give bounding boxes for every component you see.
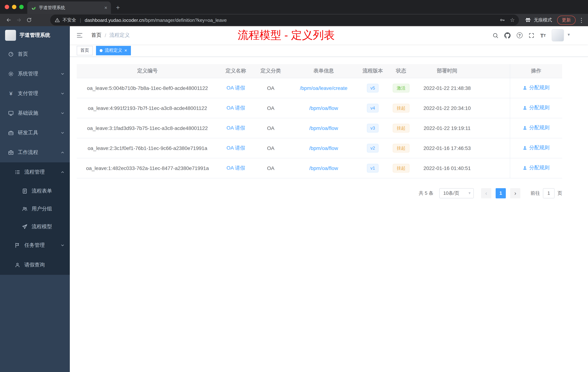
assign-rule-link[interactable]: 分配规则 [523, 145, 550, 151]
app-title: 芋道管理系统 [20, 32, 50, 39]
page-1-button[interactable]: 1 [496, 188, 506, 198]
sidebar-item-infrastructure[interactable]: 基础设施 [0, 103, 70, 123]
goto-page-input[interactable] [543, 188, 555, 198]
prev-page-button[interactable]: ‹ [481, 188, 491, 198]
incognito-icon [525, 17, 531, 23]
not-secure-icon [54, 17, 60, 23]
tag-home[interactable]: 首页 [77, 46, 93, 55]
sidebar-item-payment-management[interactable]: ¥ 支付管理 [0, 84, 70, 103]
sidebar-item-workflow[interactable]: 工作流程 [0, 143, 70, 162]
definition-name-link[interactable]: OA 请假 [227, 145, 245, 151]
window-minimize-button[interactable] [12, 5, 16, 9]
github-icon[interactable] [504, 32, 511, 39]
status-badge: 挂起 [393, 144, 410, 152]
sidebar-item-label: 首页 [18, 51, 65, 57]
password-key-icon[interactable] [497, 15, 507, 25]
stage: 芋道管理系统 × + 不安全 | dashboard.yudao.iocoder… [0, 0, 588, 372]
tab-close-icon[interactable]: × [104, 5, 107, 11]
page-unit-label: 页 [557, 190, 562, 196]
window-close-button[interactable] [5, 5, 9, 9]
search-icon[interactable] [492, 32, 499, 39]
sidebar-item-label: 工作流程 [18, 149, 56, 156]
definition-name-link[interactable]: OA 请假 [227, 125, 245, 131]
definition-name-link[interactable]: OA 请假 [227, 85, 245, 90]
logo-image [5, 30, 16, 41]
avatar-caret-icon[interactable]: ▾ [568, 32, 570, 37]
back-button[interactable] [4, 15, 14, 25]
user-icon [523, 86, 527, 90]
chevron-down-icon [60, 72, 65, 76]
status-badge: 挂起 [393, 124, 410, 132]
assign-rule-link[interactable]: 分配规则 [523, 105, 550, 111]
browser-menu-icon[interactable]: ⋮ [578, 17, 584, 23]
assign-rule-label: 分配规则 [529, 125, 550, 131]
sidebar-item-process-management[interactable]: 流程管理 [0, 162, 70, 182]
cell-deploy-time: 2022-01-22 21:48:38 [416, 78, 478, 98]
browser-tab[interactable]: 芋道管理系统 × [27, 1, 111, 14]
fullscreen-icon[interactable] [528, 32, 535, 39]
sidebar-item-user-group[interactable]: 用户分组 [0, 200, 70, 218]
status-badge: 激活 [393, 84, 410, 92]
app-page: 芋道管理系统 首页 系统管理 ¥ 支付管理 [0, 26, 588, 372]
help-icon[interactable]: ? [516, 32, 523, 39]
page-size-select[interactable]: 10条/页 ▾ [439, 188, 474, 198]
window-controls [5, 5, 24, 9]
user-avatar[interactable] [552, 29, 564, 42]
sidebar-item-process-form[interactable]: 流程表单 [0, 182, 70, 200]
forward-button[interactable] [14, 15, 24, 25]
incognito-label: 无痕模式 [534, 17, 552, 23]
assign-rule-link[interactable]: 分配规则 [523, 125, 550, 131]
sidebar-item-home[interactable]: 首页 [0, 44, 70, 64]
assign-rule-link[interactable]: 分配规则 [523, 165, 550, 171]
form-link[interactable]: /bpm/oa/flow [309, 145, 338, 151]
window-zoom-button[interactable] [19, 5, 24, 9]
question-mark: ? [516, 33, 522, 38]
version-tag: v1 [367, 164, 378, 172]
col-form-info: 表单信息 [288, 64, 359, 78]
workflow-submenu: 流程管理 流程表单 用户分组 流程模型 [0, 162, 70, 275]
form-link[interactable]: /bpm/oa/flow [309, 125, 338, 131]
t-small: T [544, 33, 546, 37]
content: 定义编号 定义名称 定义分类 表单信息 流程版本 状态 部署时间 操作 [70, 57, 588, 198]
sidebar-item-leave-query[interactable]: 请假查询 [0, 255, 70, 275]
form-link[interactable]: /bpm/oa/flow [309, 165, 338, 171]
new-tab-button[interactable]: + [116, 4, 120, 12]
col-filler [478, 64, 510, 78]
tag-process-definition[interactable]: 流程定义 × [96, 46, 131, 55]
table-row: oa_leave:3:1fad3d93-7b75-11ec-a3c8-acde4… [77, 118, 562, 138]
update-button[interactable]: 更新 [557, 15, 576, 25]
address-bar[interactable]: 不安全 | dashboard.yudao.iocoder.cn/bpm/man… [50, 15, 519, 25]
tab-title: 芋道管理系统 [39, 5, 101, 11]
assign-rule-label: 分配规则 [529, 105, 550, 111]
screen: 芋道管理系统 × + 不安全 | dashboard.yudao.iocoder… [0, 0, 588, 372]
font-size-icon[interactable]: TT [540, 32, 546, 39]
cell-category: OA [253, 98, 288, 118]
sidebar-item-dev-tools[interactable]: 研发工具 [0, 123, 70, 143]
next-page-button[interactable]: › [510, 188, 520, 198]
definition-name-link[interactable]: OA 请假 [227, 165, 245, 171]
tag-close-icon[interactable]: × [124, 48, 127, 53]
sidebar-toggle-button[interactable] [74, 30, 85, 40]
breadcrumb-home[interactable]: 首页 [91, 32, 101, 39]
sidebar-item-system-management[interactable]: 系统管理 [0, 64, 70, 84]
page-url: dashboard.yudao.iocoder.cn/bpm/manager/d… [85, 17, 497, 23]
sidebar-item-label: 流程管理 [24, 169, 56, 175]
reload-button[interactable] [24, 15, 34, 25]
assign-rule-label: 分配规则 [529, 165, 550, 171]
definition-name-link[interactable]: OA 请假 [227, 105, 245, 110]
col-action: 操作 [510, 64, 562, 78]
sidebar-item-process-model[interactable]: 流程模型 [0, 218, 70, 236]
person-icon [15, 262, 20, 268]
form-link[interactable]: /bpm/oa/flow [309, 105, 338, 111]
status-badge: 挂起 [393, 104, 410, 112]
chevron-down-icon [60, 111, 65, 115]
sidebar-item-task-management[interactable]: 任务管理 [0, 236, 70, 255]
flag-icon [15, 242, 20, 248]
sidebar-logo: 芋道管理系统 [0, 26, 70, 44]
list-icon [15, 169, 20, 175]
bookmark-star-icon[interactable]: ☆ [507, 15, 517, 25]
chevron-down-icon [60, 131, 65, 135]
assign-rule-link[interactable]: 分配规则 [523, 85, 550, 91]
chevron-down-icon [60, 91, 65, 96]
form-link[interactable]: /bpm/oa/leave/create [300, 85, 347, 91]
